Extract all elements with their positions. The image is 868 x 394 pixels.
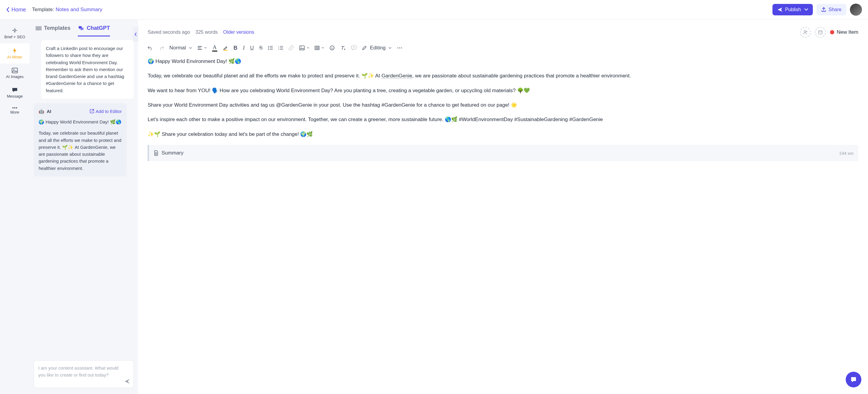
summary-block[interactable]: Summary 194 wo bbox=[148, 145, 858, 161]
bullet-list-button[interactable] bbox=[268, 46, 273, 50]
chevron-left-icon bbox=[6, 7, 10, 12]
nav-message[interactable]: Message bbox=[0, 83, 30, 103]
text-color-button[interactable]: A bbox=[212, 44, 217, 52]
nav-label: Message bbox=[7, 94, 23, 98]
svg-point-2 bbox=[13, 69, 14, 70]
align-button[interactable] bbox=[197, 46, 207, 50]
ai-paragraph: Today, we celebrate our beautiful planet… bbox=[38, 130, 122, 172]
nav-ai-images[interactable]: AI Images bbox=[0, 64, 30, 83]
editing-mode-select[interactable]: Editing bbox=[362, 45, 392, 51]
tab-label: ChatGPT bbox=[87, 25, 110, 31]
chat-placeholder: I am your content assistant. What would … bbox=[38, 365, 119, 377]
svg-point-21 bbox=[398, 47, 398, 48]
older-versions-link[interactable]: Older versions bbox=[223, 30, 254, 35]
send-button[interactable] bbox=[124, 378, 130, 384]
ai-paragraph: 🌍 Happy World Environment Day! 🌿🌎 bbox=[38, 119, 122, 125]
intercom-launcher[interactable] bbox=[846, 372, 861, 387]
bold-button[interactable]: B bbox=[234, 45, 238, 51]
doc-paragraph: Share your World Environment Day activit… bbox=[148, 101, 858, 109]
ai-message: 🤖 AI Add to Editor 🌍 Happy World Environ… bbox=[34, 103, 127, 176]
chat-bubbles-icon bbox=[78, 26, 84, 31]
nav-label: Brief + SEO bbox=[4, 35, 25, 39]
summary-word-count: 194 wo bbox=[839, 150, 854, 157]
templates-icon bbox=[36, 26, 41, 31]
emoji-button[interactable] bbox=[330, 45, 335, 51]
clear-format-button[interactable] bbox=[340, 45, 346, 50]
nav-more[interactable]: More bbox=[0, 103, 30, 119]
status-dot-icon bbox=[830, 30, 834, 34]
target-icon bbox=[12, 27, 18, 33]
tab-chatgpt[interactable]: ChatGPT bbox=[78, 25, 110, 36]
editor-toolbar: Normal A B I U S 123 bbox=[138, 41, 868, 56]
number-list-button[interactable]: 123 bbox=[278, 46, 283, 50]
svg-point-8 bbox=[268, 46, 269, 47]
more-button[interactable] bbox=[397, 47, 402, 48]
side-panel: Templates ChatGPT Craft a LinkedIn post … bbox=[30, 20, 138, 394]
editor-meta: Saved seconds ago 325 words Older versio… bbox=[148, 30, 254, 35]
saved-status: Saved seconds ago bbox=[148, 30, 190, 35]
link-button[interactable] bbox=[288, 45, 294, 51]
left-nav: Brief + SEO AI Writer AI Images Message bbox=[0, 20, 30, 394]
document-icon bbox=[154, 150, 158, 156]
svg-point-0 bbox=[14, 30, 16, 31]
svg-point-5 bbox=[16, 107, 17, 108]
undo-button[interactable] bbox=[148, 45, 153, 50]
spellcheck-word[interactable]: GardenGenie bbox=[381, 73, 412, 78]
publish-label: Publish bbox=[785, 7, 801, 12]
doc-paragraph: Today, we celebrate our beautiful planet… bbox=[148, 72, 858, 80]
send-icon bbox=[777, 7, 783, 12]
ai-label: AI bbox=[47, 108, 51, 115]
image-icon bbox=[12, 68, 18, 73]
bolt-icon bbox=[12, 47, 18, 54]
collapse-panel-button[interactable] bbox=[133, 27, 138, 42]
doc-paragraph: ✨🌱 Share your celebration today and let'… bbox=[148, 130, 858, 138]
chat-icon bbox=[12, 87, 18, 93]
add-to-editor-button[interactable]: Add to Editor bbox=[90, 108, 122, 115]
chevron-down-icon bbox=[804, 8, 808, 11]
template-name-link[interactable]: Notes and Summary bbox=[56, 7, 102, 12]
word-count: 325 words bbox=[195, 30, 218, 35]
user-message: Craft a LinkedIn post to encourage our f… bbox=[41, 40, 134, 99]
nav-brief-seo[interactable]: Brief + SEO bbox=[0, 23, 30, 43]
svg-rect-7 bbox=[818, 31, 822, 34]
paragraph-style-select[interactable]: Normal bbox=[169, 45, 192, 51]
strike-button[interactable]: S bbox=[259, 45, 262, 51]
svg-point-4 bbox=[14, 107, 16, 108]
home-link[interactable]: Home bbox=[6, 7, 26, 13]
doc-paragraph: We want to hear from YOU! 🗣️ How are you… bbox=[148, 87, 858, 95]
nav-ai-writer[interactable]: AI Writer bbox=[0, 43, 30, 64]
image-button[interactable] bbox=[299, 45, 309, 50]
svg-point-3 bbox=[12, 107, 13, 108]
nav-label: AI Images bbox=[6, 74, 24, 79]
add-to-editor-label: Add to Editor bbox=[96, 108, 122, 115]
svg-point-23 bbox=[401, 47, 402, 48]
italic-button[interactable]: I bbox=[243, 45, 245, 51]
user-avatar[interactable] bbox=[850, 4, 862, 16]
insert-icon bbox=[90, 109, 94, 113]
share-button[interactable]: Share bbox=[816, 4, 846, 15]
new-item-button[interactable]: New Item bbox=[830, 29, 858, 35]
publish-button[interactable]: Publish bbox=[772, 4, 813, 15]
calendar-icon[interactable] bbox=[815, 27, 826, 38]
new-item-label: New Item bbox=[837, 29, 858, 35]
svg-point-19 bbox=[333, 47, 333, 47]
chat-input[interactable]: I am your content assistant. What would … bbox=[34, 360, 134, 388]
tab-templates[interactable]: Templates bbox=[36, 25, 70, 36]
topbar: Home Template: Notes and Summary Publish bbox=[0, 0, 868, 20]
chat-scroll[interactable]: Craft a LinkedIn post to encourage our f… bbox=[30, 36, 138, 357]
svg-point-22 bbox=[399, 47, 400, 48]
editor-body[interactable]: 🌍 Happy World Environment Day! 🌿🌎 Today,… bbox=[138, 56, 868, 394]
editor-area: Saved seconds ago 325 words Older versio… bbox=[138, 20, 868, 394]
svg-text:3: 3 bbox=[278, 48, 279, 50]
table-button[interactable] bbox=[315, 46, 324, 50]
svg-point-17 bbox=[330, 46, 334, 50]
svg-rect-1 bbox=[12, 68, 18, 73]
svg-point-18 bbox=[331, 47, 332, 47]
redo-button[interactable] bbox=[158, 45, 164, 50]
highlight-button[interactable] bbox=[223, 45, 228, 51]
underline-button[interactable]: U bbox=[250, 45, 254, 51]
template-label: Template: Notes and Summary bbox=[32, 7, 102, 13]
comment-button[interactable] bbox=[351, 45, 356, 50]
summary-label: Summary bbox=[161, 149, 184, 157]
add-user-icon[interactable] bbox=[800, 27, 811, 38]
